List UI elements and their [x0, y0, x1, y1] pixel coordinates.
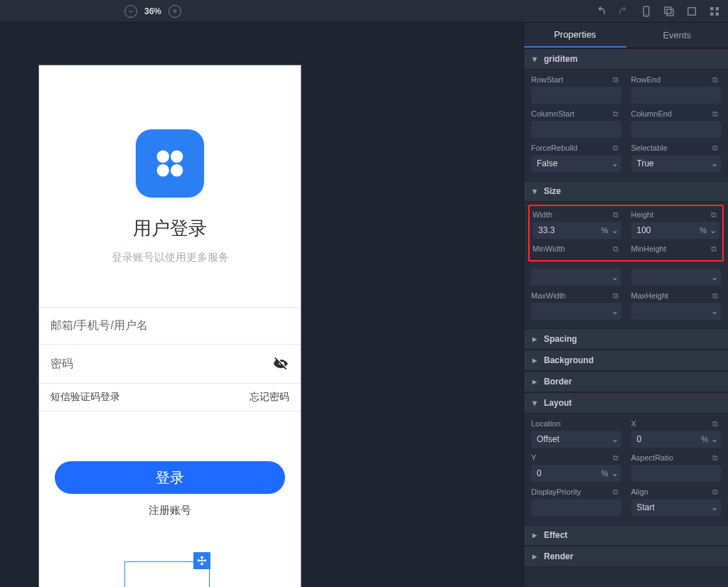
input-minwidth[interactable]: ⌄ [531, 269, 621, 286]
input-y[interactable]: 0%⌄ [531, 465, 621, 482]
select-align[interactable]: Start⌄ [631, 499, 722, 516]
device-icon[interactable] [640, 5, 653, 18]
prop-align: Align⧉ Start⌄ [631, 488, 722, 516]
link-icon[interactable]: ⧉ [613, 144, 621, 152]
section-render[interactable]: ▸ Render [524, 546, 728, 567]
register-link[interactable]: 注册账号 [149, 504, 191, 517]
forgot-password-link[interactable]: 忘记密码 [250, 391, 289, 404]
chevron-down-icon: ⌄ [611, 434, 619, 444]
link-icon[interactable]: ⧉ [613, 488, 621, 496]
zoom-out-button[interactable]: − [124, 5, 137, 18]
tab-events[interactable]: Events [626, 23, 729, 48]
section-background[interactable]: ▸ Background [524, 350, 728, 371]
input-colstart[interactable] [531, 121, 621, 138]
chevron-down-icon: ⌄ [711, 272, 718, 282]
prop-forcerebuild: ForceRebuild⧉ False⌄ [531, 144, 621, 172]
link-icon[interactable]: ⧉ [711, 210, 719, 219]
input-colend[interactable] [631, 121, 722, 138]
caret-down-icon: ▾ [532, 54, 540, 64]
link-icon[interactable]: ⧉ [613, 291, 621, 300]
link-icon[interactable]: ⧉ [613, 109, 621, 118]
link-icon[interactable]: ⧉ [613, 244, 621, 253]
square-icon[interactable] [685, 5, 698, 18]
prop-aspectratio: AspectRatio⧉ [631, 453, 722, 482]
link-icon[interactable]: ⧉ [712, 488, 721, 496]
select-forcerebuild[interactable]: False⌄ [531, 155, 621, 172]
sms-login-link[interactable]: 短信验证码登录 [50, 391, 120, 404]
select-location[interactable]: Offset⌄ [531, 431, 621, 448]
link-icon[interactable]: ⧉ [712, 453, 721, 462]
svg-point-11 [157, 164, 169, 176]
link-icon[interactable]: ⧉ [613, 210, 621, 219]
login-links-row: 短信验证码登录 忘记密码 [39, 383, 301, 411]
link-icon[interactable]: ⧉ [613, 75, 621, 84]
grid-icon[interactable] [708, 5, 721, 18]
section-size[interactable]: ▾ Size [524, 181, 728, 202]
eye-off-icon[interactable] [272, 355, 289, 372]
chevron-down-icon: ⌄ [711, 502, 718, 512]
svg-rect-3 [667, 9, 673, 16]
account-placeholder: 邮箱/手机号/用户名 [50, 318, 148, 333]
chevron-down-icon: ⌄ [611, 272, 619, 282]
link-icon[interactable]: ⧉ [712, 419, 721, 428]
undo-icon[interactable] [594, 5, 607, 18]
prop-maxheight: MaxHeight⧉ ⌄ [631, 291, 722, 320]
svg-point-9 [157, 151, 169, 163]
caret-down-icon: ▾ [532, 398, 540, 408]
prop-colend: ColumnEnd⧉ [631, 109, 722, 138]
chevron-down-icon: ⌄ [711, 158, 718, 168]
section-spacing[interactable]: ▸ Spacing [524, 328, 728, 350]
top-toolbar: − 36% + [0, 0, 728, 23]
svg-rect-4 [688, 7, 696, 15]
input-maxwidth[interactable]: ⌄ [531, 303, 621, 320]
prop-minwidth-input: ⌄ [531, 269, 621, 286]
link-icon[interactable]: ⧉ [711, 244, 719, 253]
overlap-icon[interactable] [663, 5, 675, 18]
link-icon[interactable]: ⧉ [613, 453, 621, 462]
link-icon[interactable]: ⧉ [712, 109, 721, 118]
section-griditem[interactable]: ▾ griditem [524, 48, 728, 70]
caret-down-icon: ▾ [532, 186, 540, 196]
caret-right-icon: ▸ [532, 355, 540, 365]
login-button[interactable]: 登录 [55, 461, 285, 494]
tab-properties[interactable]: Properties [524, 23, 626, 48]
zoom-value: 36% [144, 6, 161, 16]
canvas[interactable]: 用户登录 登录账号以使用更多服务 邮箱/手机号/用户名 密码 [0, 23, 523, 587]
chevron-down-icon: ⌄ [611, 158, 619, 168]
input-height[interactable]: 100%⌄ [631, 222, 720, 239]
selection-outline[interactable] [124, 561, 210, 587]
input-aspectratio[interactable] [631, 465, 722, 482]
prop-minheight: MinHeight⧉ [631, 244, 720, 253]
select-selectable[interactable]: True⌄ [631, 155, 722, 172]
link-icon[interactable]: ⧉ [712, 75, 721, 84]
link-icon[interactable]: ⧉ [712, 291, 721, 300]
redo-icon[interactable] [617, 5, 630, 18]
zoom-in-button[interactable]: + [168, 5, 181, 18]
input-x[interactable]: 0%⌄ [631, 431, 722, 448]
input-minheight[interactable]: ⌄ [631, 269, 722, 286]
input-width[interactable]: 33.3%⌄ [532, 222, 621, 239]
section-layout[interactable]: ▾ Layout [524, 392, 728, 414]
section-effect[interactable]: ▸ Effect [524, 524, 728, 546]
device-preview: 用户登录 登录账号以使用更多服务 邮箱/手机号/用户名 密码 [39, 65, 301, 587]
account-field[interactable]: 邮箱/手机号/用户名 [39, 307, 301, 344]
password-field[interactable]: 密码 [39, 344, 301, 383]
svg-rect-7 [710, 12, 714, 16]
input-rowstart[interactable] [531, 87, 621, 104]
input-displaypriority[interactable] [531, 499, 621, 516]
zoom-control: − 36% + [124, 5, 181, 18]
input-maxheight[interactable]: ⌄ [631, 303, 722, 320]
svg-point-10 [171, 151, 183, 163]
section-border[interactable]: ▸ Border [524, 371, 728, 392]
size-highlight-box: Width⧉ 33.3%⌄ Height⧉ 100%⌄ MinWidth⧉ Mi… [528, 205, 724, 262]
chevron-down-icon: ⌄ [711, 434, 718, 444]
prop-maxwidth: MaxWidth⧉ ⌄ [531, 291, 621, 320]
svg-rect-2 [665, 7, 671, 14]
svg-rect-8 [716, 12, 719, 16]
login-subtitle: 登录账号以使用更多服务 [112, 251, 229, 264]
svg-rect-5 [710, 7, 714, 11]
svg-point-12 [171, 164, 183, 176]
chevron-down-icon: ⌄ [710, 225, 717, 235]
input-rowend[interactable] [631, 87, 722, 104]
link-icon[interactable]: ⧉ [712, 144, 721, 152]
